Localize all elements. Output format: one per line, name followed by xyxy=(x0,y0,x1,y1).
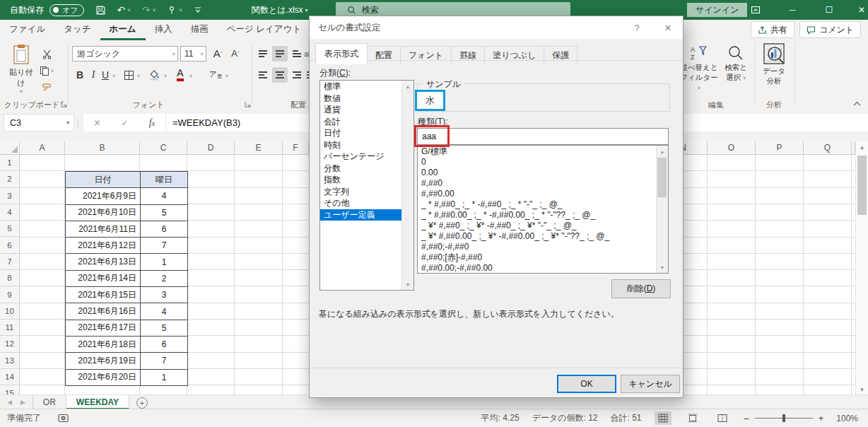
category-item[interactable]: ユーザー定義 xyxy=(320,209,402,221)
sheet-grid-right[interactable]: N O P Q xyxy=(659,141,855,394)
scroll-up-icon[interactable]: ▲ xyxy=(402,81,414,92)
category-item[interactable]: 日付 xyxy=(320,127,402,139)
category-item[interactable]: 時刻 xyxy=(320,139,402,151)
formula-bar-splitter[interactable]: ⋮ xyxy=(75,117,81,129)
undo-chevron-icon[interactable]: ˅ xyxy=(127,7,131,13)
column-header-p[interactable]: P xyxy=(756,141,804,155)
borders-chevron-icon[interactable]: ˅ xyxy=(135,70,142,81)
share-button[interactable]: 共有 xyxy=(751,21,794,38)
format-scrollbar[interactable]: ▲▼ xyxy=(656,146,668,273)
scroll-up-icon[interactable]: ▲ xyxy=(856,141,868,153)
date-cell[interactable]: 2021年6月14日 xyxy=(66,271,141,287)
row-header[interactable]: 8 xyxy=(0,270,20,286)
page-break-view-icon[interactable] xyxy=(714,411,731,425)
row-header[interactable]: 2 xyxy=(0,171,20,187)
ribbon-display-options-icon[interactable] xyxy=(739,0,772,20)
name-box[interactable]: C3▾ xyxy=(4,114,74,131)
category-item[interactable]: 通貨 xyxy=(320,104,402,116)
row-header[interactable]: 4 xyxy=(0,204,20,221)
sheet-tab[interactable]: WEEKDAY xyxy=(66,395,129,409)
font-size-combo[interactable]: 11˅ xyxy=(180,46,206,62)
data-analysis-button[interactable]: データ 分析 xyxy=(758,42,790,86)
dialog-close-icon[interactable]: ✕ xyxy=(657,21,679,35)
sheet-next-icon[interactable]: ▶ xyxy=(20,399,25,406)
maximize-button[interactable]: ☐ xyxy=(813,0,845,20)
row-header[interactable]: 7 xyxy=(0,254,20,270)
ribbon-tab[interactable]: ファイル xyxy=(0,19,54,40)
touch-mode-icon[interactable] xyxy=(167,5,177,15)
align-bottom-icon[interactable] xyxy=(289,46,305,62)
weekday-cell[interactable]: 1 xyxy=(141,254,188,270)
autosave-toggle[interactable]: オフ xyxy=(49,4,84,16)
underline-button[interactable]: U xyxy=(100,67,111,83)
column-header-o[interactable]: O xyxy=(708,141,756,155)
cancel-button[interactable]: キャンセル xyxy=(621,375,680,393)
fill-color-chevron-icon[interactable]: ˅ xyxy=(162,70,169,81)
row-header[interactable]: 15 xyxy=(0,385,20,394)
fill-color-icon[interactable] xyxy=(147,67,161,83)
paste-button[interactable]: 貼り付け ˅ xyxy=(6,44,37,95)
date-cell[interactable]: 2021年6月20日 xyxy=(66,370,141,386)
date-cell[interactable]: 2021年6月10日 xyxy=(66,205,141,221)
ribbon-tab[interactable]: ページ レイアウト xyxy=(218,19,311,40)
category-item[interactable]: 会計 xyxy=(320,116,402,128)
dialog-tab[interactable]: フォント xyxy=(400,46,452,64)
dialog-tab[interactable]: 罫線 xyxy=(451,46,485,64)
minimize-button[interactable]: ─ xyxy=(776,0,809,20)
sheet-grid-left[interactable]: A B C D E F 123456789101112131415 日付 曜日 … xyxy=(0,141,309,394)
category-item[interactable]: 標準 xyxy=(320,81,402,93)
row-header[interactable]: 11 xyxy=(0,320,20,336)
scroll-down-icon[interactable]: ▼ xyxy=(657,262,668,273)
font-name-combo[interactable]: 游ゴシック˅ xyxy=(72,46,178,62)
format-item[interactable]: #,##0.00 xyxy=(418,189,657,199)
borders-icon[interactable] xyxy=(122,67,136,83)
category-item[interactable]: 文字列 xyxy=(320,186,402,198)
touch-mode-chevron-icon[interactable]: ˅ xyxy=(179,7,182,13)
column-header-a[interactable]: A xyxy=(20,141,65,155)
format-item[interactable]: #,##0;[赤]-#,##0 xyxy=(418,252,657,263)
weekday-cell[interactable]: 7 xyxy=(141,353,188,369)
table-header-weekday[interactable]: 曜日 xyxy=(141,172,188,188)
format-item[interactable]: #,##0.00;-#,##0.00 xyxy=(418,263,657,274)
category-listbox[interactable]: 標準数値通貨会計日付時刻パーセンテージ分数指数文字列その他ユーザー定義 ▲▼ xyxy=(319,80,414,291)
row-header[interactable]: 6 xyxy=(0,237,20,253)
dialog-help-icon[interactable]: ? xyxy=(626,21,647,35)
weekday-cell[interactable]: 1 xyxy=(141,370,188,386)
column-header-q[interactable]: Q xyxy=(804,141,852,155)
format-listbox[interactable]: G/標準00.00#,##0#,##0.00_ * #,##0_ ;_ * -#… xyxy=(417,145,669,274)
status-count[interactable]: データの個数: 12 xyxy=(532,412,598,424)
normal-view-icon[interactable] xyxy=(655,411,671,425)
format-item[interactable]: _ ¥* #,##0.00_ ;_ ¥* -#,##0.00_ ;_ ¥* "-… xyxy=(418,231,657,242)
weekday-cell[interactable]: 2 xyxy=(141,271,188,287)
record-macro-icon[interactable] xyxy=(58,414,69,423)
date-cell[interactable]: 2021年6月15日 xyxy=(66,287,141,303)
row-header[interactable]: 5 xyxy=(0,221,20,237)
phonetic-icon[interactable]: ア亜 xyxy=(208,66,223,83)
category-item[interactable]: 指数 xyxy=(320,174,402,186)
column-header-d[interactable]: D xyxy=(187,141,235,155)
row-header[interactable]: 1 xyxy=(0,155,20,171)
confirm-entry-icon[interactable]: ✓ xyxy=(122,118,129,128)
weekday-cell[interactable]: 6 xyxy=(141,337,188,353)
weekday-cell[interactable]: 4 xyxy=(141,303,188,320)
vertical-scroll-thumb[interactable] xyxy=(857,156,867,215)
format-item[interactable]: 0.00 xyxy=(418,168,657,178)
dialog-tab[interactable]: 配置 xyxy=(367,46,401,64)
column-header-c[interactable]: C xyxy=(140,141,187,155)
collapse-ribbon-icon[interactable] xyxy=(851,98,862,108)
ribbon-tab[interactable]: 描画 xyxy=(182,19,218,40)
ribbon-tab[interactable]: タッチ xyxy=(54,19,100,40)
sort-filter-button[interactable]: AZ 並べ替えと フィルター ˅ xyxy=(679,45,719,91)
weekday-cell[interactable]: 7 xyxy=(141,238,188,254)
align-middle-icon[interactable] xyxy=(272,46,288,62)
format-item[interactable]: G/標準 xyxy=(418,146,657,157)
align-left-icon[interactable] xyxy=(255,67,271,83)
cut-icon[interactable] xyxy=(40,47,54,60)
align-center-icon[interactable] xyxy=(272,67,288,83)
date-cell[interactable]: 2021年6月17日 xyxy=(66,320,141,337)
ribbon-tab[interactable]: ホーム xyxy=(100,19,146,40)
category-scrollbar[interactable]: ▲▼ xyxy=(401,81,414,290)
file-name-chevron-icon[interactable]: ▾ xyxy=(305,7,308,13)
category-item[interactable]: パーセンテージ xyxy=(320,151,402,163)
date-cell[interactable]: 2021年6月19日 xyxy=(66,353,141,369)
